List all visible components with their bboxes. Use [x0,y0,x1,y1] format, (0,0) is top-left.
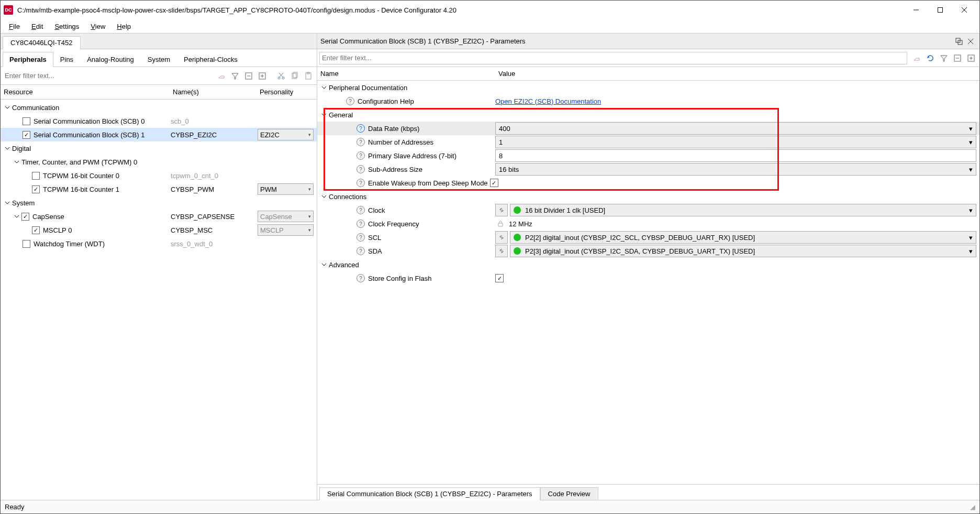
device-tab[interactable]: CY8C4046LQI-T452 [3,36,81,49]
chevron-down-icon[interactable] [4,199,11,206]
section-advanced[interactable]: Advanced [317,258,979,271]
data-rate-combo[interactable]: 400▾ [495,122,976,135]
param-body[interactable]: Peripheral Documentation ?Configuration … [317,81,979,484]
cut-icon[interactable] [275,70,287,82]
sda-combo[interactable]: P2[3] digital_inout (CYBSP_I2C_SDA, CYBS… [510,245,976,257]
tab-system[interactable]: System [141,52,177,67]
clock-combo[interactable]: 16 bit Divider 1 clk [USED]▾ [510,204,976,216]
expand-all-icon[interactable] [256,70,269,82]
paste-icon[interactable] [302,70,315,82]
store-config-checkbox[interactable] [495,274,504,282]
param-scl[interactable]: ?SCL P2[2] digital_inout (CYBSP_I2C_SCL,… [317,231,979,244]
param-data-rate[interactable]: ?Data Rate (kbps) 400▾ [317,122,979,135]
chevron-down-icon[interactable] [320,261,328,268]
tab-analog-routing[interactable]: Analog-Routing [80,52,141,67]
menu-help[interactable]: Help [112,21,136,31]
refresh-icon[interactable] [924,52,937,64]
section-peripheral-documentation[interactable]: Peripheral Documentation [317,81,979,94]
chevron-down-icon[interactable] [320,84,328,91]
personality-combo[interactable]: CapSense▾ [258,211,314,222]
checkbox[interactable] [32,172,40,180]
tab-peripherals[interactable]: Peripherals [3,52,53,67]
tree-node-wdt[interactable]: Watchdog Timer (WDT) srss_0_wdt_0 [1,237,317,250]
resize-grip-icon[interactable]: ◢ [970,503,975,511]
menu-edit[interactable]: Edit [26,21,48,31]
param-enable-wakeup[interactable]: ?Enable Wakeup from Deep Sleep Mode [317,176,979,190]
section-general[interactable]: General [317,108,979,122]
param-store-config[interactable]: ?Store Config in Flash [317,271,979,285]
tree-node-msclp[interactable]: MSCLP 0 CYBSP_MSC MSCLP▾ [1,223,317,237]
close-button[interactable] [952,2,976,18]
eraser-icon[interactable] [215,70,228,82]
link-icon[interactable] [495,204,508,216]
personality-combo[interactable]: PWM▾ [258,183,314,195]
param-sda[interactable]: ?SDA P2[3] digital_inout (CYBSP_I2C_SDA,… [317,244,979,258]
primary-slave-address-input[interactable] [495,149,976,162]
tab-pins[interactable]: Pins [53,52,80,67]
close-panel-icon[interactable] [965,36,976,47]
checkbox[interactable] [23,240,30,248]
tree-node-system[interactable]: System [1,196,317,210]
checkbox[interactable] [23,117,30,125]
help-icon[interactable]: ? [357,151,365,160]
chevron-down-icon[interactable] [320,111,328,118]
checkbox[interactable] [23,131,30,139]
right-filter-input[interactable] [319,52,907,64]
link-icon[interactable] [495,245,508,257]
tree-node-capsense[interactable]: CapSense CYBSP_CAPSENSE CapSense▾ [1,210,317,223]
chevron-down-icon[interactable] [13,213,20,220]
tab-peripheral-clocks[interactable]: Peripheral-Clocks [177,52,244,67]
bottom-tab-parameters[interactable]: Serial Communication Block (SCB) 1 (CYBS… [319,487,540,500]
personality-combo[interactable]: EZI2C▾ [258,129,314,140]
chevron-down-icon[interactable] [4,104,11,111]
help-icon[interactable]: ? [357,233,365,242]
link-icon[interactable] [495,231,508,244]
param-sub-address-size[interactable]: ?Sub-Address Size 16 bits▾ [317,162,979,176]
menu-file[interactable]: File [4,21,25,31]
help-icon[interactable]: ? [357,247,365,255]
help-icon[interactable]: ? [357,206,365,214]
left-filter-input[interactable] [3,70,214,82]
tree-node-communication[interactable]: Communication [1,101,317,114]
tree-node-scb0[interactable]: Serial Communication Block (SCB) 0 scb_0 [1,114,317,128]
num-addresses-combo[interactable]: 1▾ [495,136,976,148]
collapse-all-icon[interactable] [951,52,964,64]
help-icon[interactable]: ? [357,274,365,282]
tree-node-scb1[interactable]: Serial Communication Block (SCB) 1 CYBSP… [1,128,317,141]
checkbox[interactable] [32,226,40,234]
filter-icon[interactable] [229,70,241,82]
checkbox[interactable] [32,185,40,193]
sub-address-combo[interactable]: 16 bits▾ [495,163,976,176]
eraser-icon[interactable] [910,52,923,64]
collapse-all-icon[interactable] [242,70,255,82]
help-icon[interactable]: ? [357,179,365,187]
menu-settings[interactable]: Settings [49,21,84,31]
scl-combo[interactable]: P2[2] digital_inout (CYBSP_I2C_SCL, CYBS… [510,231,976,244]
param-clock[interactable]: ?Clock 16 bit Divider 1 clk [USED]▾ [317,203,979,217]
wakeup-checkbox[interactable] [490,179,498,187]
documentation-link[interactable]: Open EZI2C (SCB) Documentation [495,97,601,105]
resource-tree[interactable]: Communication Serial Communication Block… [1,100,317,500]
undock-icon[interactable] [953,36,965,47]
help-icon[interactable]: ? [357,220,365,228]
chevron-down-icon[interactable] [320,193,328,200]
bottom-tab-code-preview[interactable]: Code Preview [540,487,598,500]
filter-icon[interactable] [938,52,950,64]
minimize-button[interactable] [904,2,928,18]
tree-node-cnt0[interactable]: TCPWM 16-bit Counter 0 tcpwm_0_cnt_0 [1,169,317,182]
checkbox[interactable] [21,213,29,221]
help-icon[interactable]: ? [357,124,365,133]
maximize-button[interactable] [928,2,952,18]
section-connections[interactable]: Connections [317,190,979,203]
menu-view[interactable]: View [85,21,110,31]
help-icon[interactable]: ? [346,97,354,105]
param-primary-slave-address[interactable]: ?Primary Slave Address (7-bit) [317,149,979,162]
help-icon[interactable]: ? [357,138,365,146]
tree-node-digital[interactable]: Digital [1,141,317,155]
param-num-addresses[interactable]: ?Number of Addresses 1▾ [317,135,979,149]
help-icon[interactable]: ? [357,165,365,173]
tree-node-cnt1[interactable]: TCPWM 16-bit Counter 1 CYBSP_PWM PWM▾ [1,182,317,196]
chevron-down-icon[interactable] [13,158,20,166]
chevron-down-icon[interactable] [4,145,11,152]
expand-all-icon[interactable] [965,52,977,64]
